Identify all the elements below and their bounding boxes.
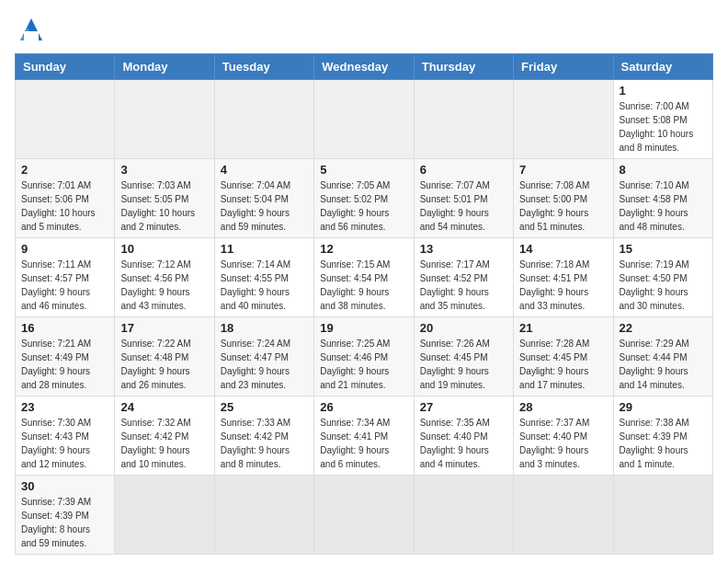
day-number: 8	[620, 163, 707, 177]
calendar-cell	[613, 476, 712, 555]
calendar-cell: 19Sunrise: 7:25 AM Sunset: 4:46 PM Dayli…	[314, 317, 414, 396]
calendar-cell: 10Sunrise: 7:12 AM Sunset: 4:56 PM Dayli…	[115, 238, 214, 317]
calendar-cell: 1Sunrise: 7:00 AM Sunset: 5:08 PM Daylig…	[613, 80, 712, 159]
calendar-cell	[514, 80, 613, 159]
day-info: Sunrise: 7:33 AM Sunset: 4:42 PM Dayligh…	[221, 416, 308, 471]
day-number: 1	[620, 84, 707, 98]
day-number: 5	[320, 163, 407, 177]
day-info: Sunrise: 7:25 AM Sunset: 4:46 PM Dayligh…	[320, 337, 407, 392]
header-wednesday: Wednesday	[314, 54, 414, 80]
logo	[15, 15, 53, 42]
day-info: Sunrise: 7:15 AM Sunset: 4:54 PM Dayligh…	[320, 258, 407, 313]
calendar-cell: 2Sunrise: 7:01 AM Sunset: 5:06 PM Daylig…	[16, 159, 115, 238]
day-number: 7	[519, 163, 607, 177]
day-info: Sunrise: 7:07 AM Sunset: 5:01 PM Dayligh…	[420, 178, 507, 234]
day-info: Sunrise: 7:39 AM Sunset: 4:39 PM Dayligh…	[21, 495, 108, 550]
day-number: 13	[420, 242, 507, 256]
day-info: Sunrise: 7:24 AM Sunset: 4:47 PM Dayligh…	[221, 337, 308, 392]
calendar-cell: 3Sunrise: 7:03 AM Sunset: 5:05 PM Daylig…	[115, 159, 214, 238]
day-info: Sunrise: 7:00 AM Sunset: 5:08 PM Dayligh…	[620, 99, 707, 155]
day-info: Sunrise: 7:04 AM Sunset: 5:04 PM Dayligh…	[221, 178, 308, 234]
day-number: 10	[120, 242, 208, 256]
day-number: 27	[420, 400, 507, 414]
day-number: 19	[320, 321, 407, 335]
day-info: Sunrise: 7:10 AM Sunset: 4:58 PM Dayligh…	[620, 178, 707, 234]
day-number: 3	[120, 163, 208, 177]
day-info: Sunrise: 7:34 AM Sunset: 4:41 PM Dayligh…	[320, 416, 407, 471]
day-number: 30	[21, 479, 108, 493]
calendar-cell	[314, 80, 414, 159]
day-info: Sunrise: 7:30 AM Sunset: 4:43 PM Dayligh…	[21, 416, 108, 471]
day-number: 14	[519, 242, 607, 256]
calendar-cell: 11Sunrise: 7:14 AM Sunset: 4:55 PM Dayli…	[214, 238, 313, 317]
day-info: Sunrise: 7:37 AM Sunset: 4:40 PM Dayligh…	[519, 416, 607, 471]
calendar-cell: 16Sunrise: 7:21 AM Sunset: 4:49 PM Dayli…	[16, 317, 115, 396]
calendar-week-4: 16Sunrise: 7:21 AM Sunset: 4:49 PM Dayli…	[16, 317, 713, 396]
day-info: Sunrise: 7:11 AM Sunset: 4:57 PM Dayligh…	[21, 258, 108, 313]
day-info: Sunrise: 7:29 AM Sunset: 4:44 PM Dayligh…	[620, 337, 707, 392]
calendar-cell: 14Sunrise: 7:18 AM Sunset: 4:51 PM Dayli…	[514, 238, 613, 317]
day-info: Sunrise: 7:08 AM Sunset: 5:00 PM Dayligh…	[519, 178, 607, 234]
day-number: 17	[120, 321, 208, 335]
calendar-cell: 28Sunrise: 7:37 AM Sunset: 4:40 PM Dayli…	[514, 396, 613, 476]
header-friday: Friday	[514, 54, 613, 80]
header-sunday: Sunday	[16, 54, 115, 80]
day-number: 21	[519, 321, 607, 335]
calendar-week-1: 1Sunrise: 7:00 AM Sunset: 5:08 PM Daylig…	[16, 80, 713, 159]
header-tuesday: Tuesday	[214, 54, 313, 80]
calendar-cell	[16, 80, 115, 159]
calendar-week-6: 30Sunrise: 7:39 AM Sunset: 4:39 PM Dayli…	[16, 476, 713, 555]
day-number: 15	[620, 242, 707, 256]
day-number: 29	[620, 400, 707, 414]
day-number: 25	[221, 400, 308, 414]
calendar-cell: 13Sunrise: 7:17 AM Sunset: 4:52 PM Dayli…	[414, 238, 513, 317]
calendar-cell: 21Sunrise: 7:28 AM Sunset: 4:45 PM Dayli…	[514, 317, 613, 396]
day-info: Sunrise: 7:35 AM Sunset: 4:40 PM Dayligh…	[420, 416, 507, 471]
day-info: Sunrise: 7:18 AM Sunset: 4:51 PM Dayligh…	[519, 258, 607, 313]
day-number: 2	[21, 163, 108, 177]
calendar-cell	[414, 476, 513, 555]
calendar-cell: 23Sunrise: 7:30 AM Sunset: 4:43 PM Dayli…	[16, 396, 115, 476]
calendar-cell: 8Sunrise: 7:10 AM Sunset: 4:58 PM Daylig…	[613, 159, 712, 238]
day-info: Sunrise: 7:32 AM Sunset: 4:42 PM Dayligh…	[120, 416, 208, 471]
calendar-cell: 20Sunrise: 7:26 AM Sunset: 4:45 PM Dayli…	[414, 317, 513, 396]
calendar-cell: 18Sunrise: 7:24 AM Sunset: 4:47 PM Dayli…	[214, 317, 313, 396]
day-number: 26	[320, 400, 407, 414]
day-number: 18	[221, 321, 308, 335]
day-info: Sunrise: 7:17 AM Sunset: 4:52 PM Dayligh…	[420, 258, 507, 313]
calendar-cell: 6Sunrise: 7:07 AM Sunset: 5:01 PM Daylig…	[414, 159, 513, 238]
logo-icon	[15, 15, 48, 42]
day-number: 16	[21, 321, 108, 335]
day-info: Sunrise: 7:26 AM Sunset: 4:45 PM Dayligh…	[420, 337, 507, 392]
day-info: Sunrise: 7:19 AM Sunset: 4:50 PM Dayligh…	[620, 258, 707, 313]
calendar-cell: 7Sunrise: 7:08 AM Sunset: 5:00 PM Daylig…	[514, 159, 613, 238]
calendar-cell	[214, 80, 313, 159]
day-number: 24	[120, 400, 208, 414]
calendar-week-5: 23Sunrise: 7:30 AM Sunset: 4:43 PM Dayli…	[16, 396, 713, 476]
calendar-cell	[314, 476, 414, 555]
calendar-cell: 24Sunrise: 7:32 AM Sunset: 4:42 PM Dayli…	[115, 396, 214, 476]
day-info: Sunrise: 7:01 AM Sunset: 5:06 PM Dayligh…	[21, 178, 108, 234]
day-number: 12	[320, 242, 407, 256]
day-info: Sunrise: 7:14 AM Sunset: 4:55 PM Dayligh…	[221, 258, 308, 313]
calendar-cell	[414, 80, 513, 159]
calendar-cell: 12Sunrise: 7:15 AM Sunset: 4:54 PM Dayli…	[314, 238, 414, 317]
calendar-cell: 17Sunrise: 7:22 AM Sunset: 4:48 PM Dayli…	[115, 317, 214, 396]
header-saturday: Saturday	[613, 54, 712, 80]
calendar-cell: 27Sunrise: 7:35 AM Sunset: 4:40 PM Dayli…	[414, 396, 513, 476]
day-number: 9	[21, 242, 108, 256]
calendar-cell: 25Sunrise: 7:33 AM Sunset: 4:42 PM Dayli…	[214, 396, 313, 476]
calendar-week-2: 2Sunrise: 7:01 AM Sunset: 5:06 PM Daylig…	[16, 159, 713, 238]
day-info: Sunrise: 7:05 AM Sunset: 5:02 PM Dayligh…	[320, 178, 407, 234]
day-number: 23	[21, 400, 108, 414]
header-monday: Monday	[115, 54, 214, 80]
calendar-cell: 15Sunrise: 7:19 AM Sunset: 4:50 PM Dayli…	[613, 238, 712, 317]
day-info: Sunrise: 7:03 AM Sunset: 5:05 PM Dayligh…	[120, 178, 208, 234]
day-number: 28	[519, 400, 607, 414]
calendar-cell: 5Sunrise: 7:05 AM Sunset: 5:02 PM Daylig…	[314, 159, 414, 238]
calendar: SundayMondayTuesdayWednesdayThursdayFrid…	[15, 53, 713, 555]
day-number: 11	[221, 242, 308, 256]
day-number: 22	[620, 321, 707, 335]
day-info: Sunrise: 7:38 AM Sunset: 4:39 PM Dayligh…	[620, 416, 707, 471]
header	[15, 15, 713, 42]
